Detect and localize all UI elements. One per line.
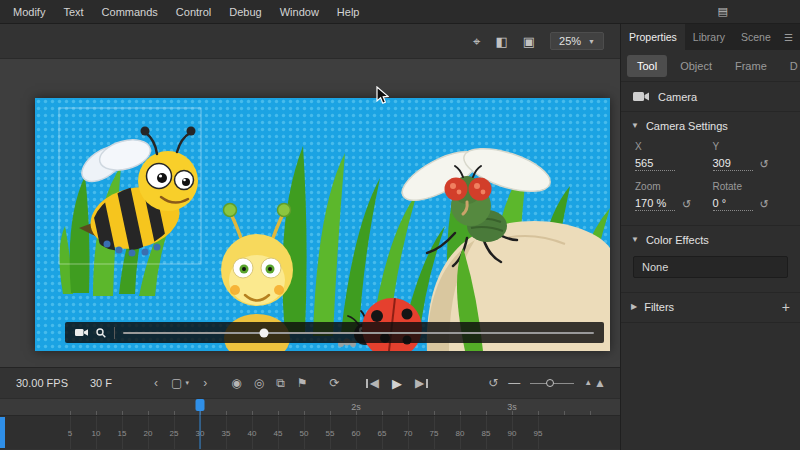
frame-number: 70: [404, 428, 413, 437]
center-stage-icon[interactable]: ⌖: [473, 35, 480, 48]
frame-number: 25: [170, 428, 179, 437]
rotate-label: Rotate: [713, 181, 787, 192]
animate-app-window: ModifyTextCommandsControlDebugWindowHelp…: [0, 0, 800, 450]
color-effect-dropdown[interactable]: None: [633, 256, 788, 278]
camera-y-value[interactable]: 309: [713, 157, 753, 171]
camera-icon: [633, 91, 649, 102]
frame-number: 85: [482, 428, 491, 437]
timeline-ruler[interactable]: 2s3s: [0, 398, 620, 415]
reset-position-icon[interactable]: ↺: [760, 158, 769, 171]
current-frame-label[interactable]: 30 F: [90, 377, 112, 389]
rotation-tool-icon[interactable]: ◧: [495, 35, 507, 48]
next-keyframe-icon[interactable]: ›: [203, 377, 207, 389]
color-effects-section: ▼ Color Effects None: [621, 226, 800, 293]
camera-icon[interactable]: [75, 328, 88, 337]
camera-zoom-slider[interactable]: [123, 332, 594, 334]
camera-rotate-value[interactable]: 0 °: [713, 197, 753, 211]
camera-object-row[interactable]: Camera: [621, 82, 800, 112]
menu-item-debug[interactable]: Debug: [220, 0, 270, 24]
chevron-down-icon: ▼: [631, 235, 639, 244]
timeline-frames[interactable]: 5101520253035404550556065707580859095: [0, 415, 620, 449]
pasteboard[interactable]: [0, 60, 620, 367]
onion-skin-outlines-icon[interactable]: ◎: [254, 377, 264, 389]
zoom-label: Zoom: [635, 181, 709, 192]
tab-properties[interactable]: Properties: [621, 24, 685, 50]
clip-content-icon[interactable]: ▣: [523, 35, 535, 48]
zoom-out-timeline-icon[interactable]: —: [508, 377, 520, 389]
zoom-level-dropdown[interactable]: 25% ▼: [550, 32, 604, 50]
frame-number: 40: [248, 428, 257, 437]
timeline-zoom-slider[interactable]: [530, 383, 574, 384]
frame-number: 60: [352, 428, 361, 437]
add-filter-button[interactable]: +: [782, 299, 790, 315]
playhead[interactable]: [196, 399, 205, 411]
insert-frame-icon[interactable]: ▢▼: [171, 377, 190, 389]
second-marker: 3s: [507, 402, 517, 412]
camera-zoom-value[interactable]: 170 %: [635, 197, 675, 211]
menu-item-help[interactable]: Help: [328, 0, 369, 24]
frame-number: 20: [144, 428, 153, 437]
menu-item-modify[interactable]: Modify: [4, 0, 54, 24]
stage-scene[interactable]: [35, 98, 610, 351]
previous-keyframe-icon[interactable]: ‹: [154, 377, 158, 389]
frame-number: 15: [118, 428, 127, 437]
camera-settings-section: ▼ Camera Settings X 565 Y 309 ↺: [621, 112, 800, 226]
panel-menu-icon[interactable]: ☰: [784, 32, 793, 43]
edit-multiple-frames-icon[interactable]: ⧉: [276, 377, 285, 389]
frame-number: 75: [430, 428, 439, 437]
second-marker: 2s: [351, 402, 361, 412]
marker-icon[interactable]: ⚑: [297, 377, 308, 389]
frame-view-icon[interactable]: ▲▲: [584, 377, 606, 389]
subtab-tool[interactable]: Tool: [627, 55, 667, 77]
step-back-button[interactable]: ◀: [366, 377, 379, 389]
camera-y-field: Y 309 ↺: [713, 141, 787, 171]
menu-item-text[interactable]: Text: [54, 0, 92, 24]
menu-item-commands[interactable]: Commands: [93, 0, 167, 24]
section-title: Camera Settings: [646, 120, 728, 132]
chevron-down-icon: ▼: [631, 121, 639, 130]
frame-number: 55: [326, 428, 335, 437]
frame-number: 50: [300, 428, 309, 437]
timeline-toolbar: 30.00 FPS 30 F ‹ ▢▼ › ◉ ◎ ⧉ ⚑ ⟳: [0, 368, 620, 398]
menu-item-window[interactable]: Window: [271, 0, 328, 24]
subtab-d[interactable]: D: [780, 55, 800, 77]
subtab-frame[interactable]: Frame: [725, 55, 777, 77]
section-title: Color Effects: [646, 234, 709, 246]
section-title: Filters: [644, 301, 674, 313]
camera-overlay-controls[interactable]: [65, 322, 604, 343]
tab-library[interactable]: Library: [685, 24, 733, 50]
object-type-label: Camera: [658, 91, 697, 103]
chevron-down-icon: ▼: [588, 38, 595, 45]
camera-settings-header[interactable]: ▼ Camera Settings: [621, 112, 800, 139]
timeline-zoom-knob[interactable]: [546, 379, 554, 387]
reset-rotate-icon[interactable]: ↺: [760, 198, 769, 211]
camera-x-value[interactable]: 565: [635, 157, 675, 171]
subtab-object[interactable]: Object: [670, 55, 722, 77]
color-effects-header[interactable]: ▼ Color Effects: [621, 226, 800, 253]
frame-number: 45: [274, 428, 283, 437]
zoom-level-value: 25%: [559, 35, 581, 47]
mouse-cursor: [376, 86, 389, 109]
menubar: ModifyTextCommandsControlDebugWindowHelp…: [0, 0, 800, 24]
props-subtabs: ToolObjectFrameD: [621, 50, 800, 82]
frame-number: 80: [456, 428, 465, 437]
frame-rate-label[interactable]: 30.00 FPS: [16, 377, 68, 389]
play-button[interactable]: ▶: [392, 377, 402, 390]
camera-zoom-slider-knob[interactable]: [260, 328, 269, 337]
step-forward-button[interactable]: ▶: [415, 377, 428, 389]
camera-zoom-icon[interactable]: [96, 328, 106, 338]
onion-skin-icon[interactable]: ◉: [231, 377, 241, 389]
camera-rotate-field: Rotate 0 ° ↺: [713, 181, 787, 211]
stage-canvas[interactable]: [35, 98, 610, 351]
reset-zoom-icon[interactable]: ↺: [682, 198, 691, 211]
menubar-items: ModifyTextCommandsControlDebugWindowHelp: [4, 0, 368, 24]
menu-item-control[interactable]: Control: [167, 0, 220, 24]
camera-x-field: X 565: [635, 141, 709, 171]
filters-section: ▶ Filters +: [621, 293, 800, 323]
loop-playback-icon[interactable]: ⟳: [330, 377, 340, 389]
center-playhead-icon[interactable]: ↺: [488, 377, 498, 389]
filters-header[interactable]: ▶ Filters +: [621, 293, 800, 320]
workspace-switcher-icon[interactable]: ▤: [718, 5, 728, 18]
tab-scene[interactable]: Scene: [733, 24, 779, 50]
frame-number: 5: [68, 428, 72, 437]
